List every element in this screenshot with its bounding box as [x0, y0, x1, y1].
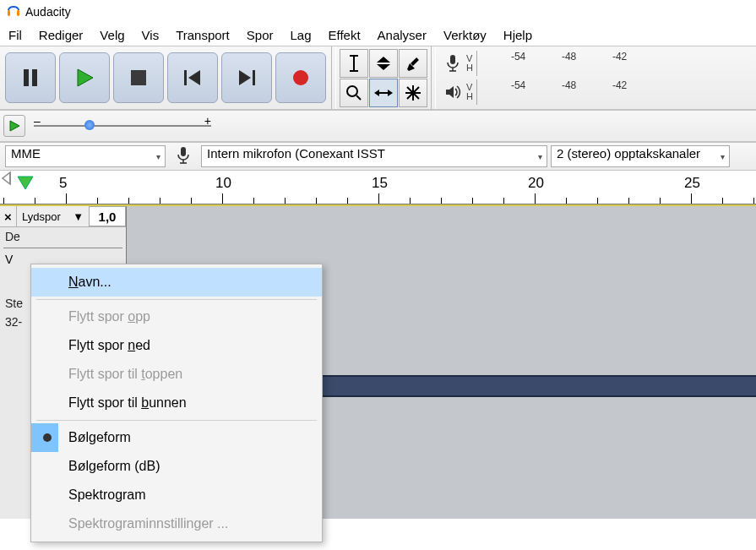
audio-host-select[interactable]: MME ▾: [5, 145, 166, 167]
track-close-button[interactable]: ×: [0, 206, 17, 226]
svg-marker-22: [388, 90, 393, 96]
draw-tool[interactable]: [399, 49, 427, 78]
recording-device-select[interactable]: Intern mikrofon (Conexant ISST ▾: [201, 145, 547, 167]
track-gain-value[interactable]: 1,0: [89, 206, 126, 226]
multi-tool[interactable]: [399, 79, 427, 107]
menu-hjelp[interactable]: Hjelp: [495, 25, 541, 45]
svg-marker-7: [188, 70, 200, 85]
svg-rect-17: [411, 57, 419, 66]
edit-tools: [340, 49, 427, 107]
app-title: Audacity: [25, 5, 71, 19]
recording-scale: -54 -48 -42: [476, 51, 637, 76]
timeshift-tool[interactable]: [369, 79, 398, 107]
svg-rect-6: [184, 70, 187, 85]
skip-end-button[interactable]: [221, 52, 272, 103]
plus-icon: +: [204, 114, 211, 128]
context-menu-item[interactable]: Flytt spor til bunnen: [31, 389, 322, 417]
pause-button[interactable]: [5, 52, 56, 103]
svg-rect-32: [181, 147, 186, 156]
play-button[interactable]: [59, 52, 110, 103]
menu-vis[interactable]: Vis: [133, 25, 168, 45]
menu-fil[interactable]: Fil: [5, 25, 30, 45]
track-menu-dropdown[interactable]: Lydspor ▼: [17, 206, 90, 226]
menu-verktoy[interactable]: Verktøy: [435, 25, 495, 45]
transport-group: [0, 47, 331, 108]
svg-rect-0: [8, 10, 10, 16]
menu-velg[interactable]: Velg: [91, 25, 133, 45]
context-menu-item[interactable]: Spektrogram: [31, 481, 322, 509]
selection-tool[interactable]: [340, 49, 368, 78]
toolbar-speed: – +: [0, 110, 756, 142]
play-at-speed-button[interactable]: [3, 115, 25, 137]
recording-channels-select[interactable]: 2 (stereo) opptakskanaler ▾: [551, 145, 730, 167]
svg-marker-31: [10, 121, 19, 131]
toolbar-main: VH -54 -48 -42 VH -54 -48 -42: [0, 46, 756, 110]
toolbar-separator: [331, 46, 336, 109]
menu-spor[interactable]: Spor: [238, 25, 282, 45]
envelope-tool[interactable]: [369, 49, 398, 78]
track-name: Lydspor: [22, 210, 61, 223]
vh-labels: VH: [466, 83, 473, 101]
playback-scale: -54 -48 -42: [476, 79, 637, 105]
app-logo-icon: [7, 5, 20, 19]
svg-rect-1: [17, 10, 19, 16]
svg-point-18: [347, 86, 357, 96]
svg-line-19: [356, 95, 361, 100]
svg-marker-4: [78, 69, 93, 86]
slider-thumb[interactable]: [84, 120, 95, 130]
recording-meter[interactable]: VH -54 -48 -42: [441, 49, 637, 78]
svg-point-10: [293, 70, 308, 85]
menu-effekt[interactable]: Effekt: [320, 25, 369, 45]
stop-button[interactable]: [113, 52, 164, 103]
svg-rect-2: [24, 69, 29, 86]
timeline-ruler[interactable]: 510152025: [0, 171, 756, 204]
context-menu-item[interactable]: Navn...: [31, 268, 322, 297]
meters: VH -54 -48 -42 VH -54 -48 -42: [441, 49, 637, 106]
svg-rect-3: [32, 69, 37, 86]
context-menu-item[interactable]: Bølgeform (dB): [31, 452, 322, 481]
svg-marker-14: [377, 57, 390, 63]
record-button[interactable]: [275, 52, 326, 103]
vh-labels: VH: [466, 54, 473, 73]
microphone-icon: [441, 54, 465, 73]
svg-rect-27: [450, 55, 455, 64]
menu-transport[interactable]: Transport: [167, 25, 238, 45]
context-menu-item[interactable]: Flytt spor ned: [31, 331, 322, 360]
menu-rediger[interactable]: Rediger: [30, 25, 92, 45]
menu-lag[interactable]: Lag: [281, 25, 319, 45]
context-menu-item[interactable]: Bølgeform: [31, 423, 322, 452]
svg-rect-5: [131, 70, 146, 85]
svg-marker-21: [374, 90, 379, 96]
microphone-icon: [176, 146, 191, 167]
speaker-icon: [441, 84, 465, 101]
menubar: Fil Rediger Velg Vis Transport Spor Lag …: [0, 24, 756, 46]
context-menu-item: Spektrograminnstillinger ...: [31, 509, 322, 538]
svg-marker-15: [377, 64, 390, 70]
track-context-menu: Navn...Flytt spor oppFlytt spor nedFlytt…: [30, 264, 323, 542]
playback-meter[interactable]: VH -54 -48 -42: [441, 78, 637, 106]
chevron-down-icon: ▼: [73, 210, 84, 223]
skip-start-button[interactable]: [167, 52, 218, 103]
playback-speed-slider[interactable]: – +: [34, 117, 211, 134]
svg-marker-30: [446, 86, 454, 98]
track-label: De: [0, 227, 126, 246]
zoom-tool[interactable]: [340, 79, 368, 107]
device-toolbar: MME ▾ Intern mikrofon (Conexant ISST ▾ 2…: [0, 142, 756, 171]
svg-marker-8: [239, 70, 251, 85]
svg-rect-9: [253, 70, 255, 85]
context-menu-item: Flytt spor til toppen: [31, 360, 322, 389]
toolbar-separator: [431, 46, 436, 109]
menu-analyser[interactable]: Analyser: [369, 25, 435, 45]
context-menu-item: Flytt spor opp: [31, 302, 322, 331]
titlebar: Audacity: [0, 0, 756, 24]
